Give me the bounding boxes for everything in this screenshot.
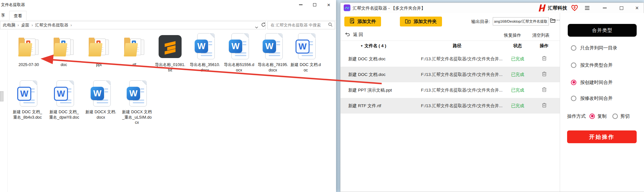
explorer-search-box[interactable]: [267, 21, 335, 29]
file-item[interactable]: W 新建 DOCX 文档_重名_uLSIM.docx: [119, 79, 154, 125]
back-icon: [345, 32, 350, 38]
file-label: 新建 DOC 文档.doc: [290, 62, 321, 73]
add-folder-label: 添加文件夹: [414, 18, 437, 25]
search-input[interactable]: [270, 23, 328, 28]
close-button[interactable]: ×: [322, 0, 335, 10]
delete-file-button[interactable]: [535, 87, 554, 93]
app-titlebar: 汇帮文件名提取器 - 【多文件夹合并】 汇帮科技: [341, 3, 644, 13]
delete-file-button[interactable]: [535, 102, 554, 109]
file-label: ppt: [96, 62, 101, 68]
restore-action-button[interactable]: 恢复操作: [504, 33, 521, 38]
file-item[interactable]: W 新建 DOCX 文档.docx: [83, 79, 118, 120]
file-item[interactable]: 2025-07-30: [11, 32, 46, 68]
add-folder-icon: [405, 18, 411, 25]
column-header-action: 操作: [535, 43, 554, 49]
file-item[interactable]: 导出名称_01081.txt: [153, 32, 188, 73]
table-header: ▼ 文件名 ( 4 ) 路径 状态 操作: [341, 41, 560, 51]
refresh-icon[interactable]: [261, 22, 266, 28]
file-label: doc: [61, 62, 67, 68]
output-dir-input[interactable]: [493, 17, 549, 26]
brand-logo-icon: [538, 4, 546, 13]
address-dropdown-icon[interactable]: [255, 24, 258, 30]
radio-icon[interactable]: [612, 114, 618, 119]
radio-icon[interactable]: [571, 80, 576, 85]
merge-option-label: 按修改时间合并: [580, 95, 613, 101]
breadcrumb-item[interactable]: 桌面: [21, 22, 29, 28]
operation-mode-option[interactable]: 剪切: [612, 113, 630, 119]
merge-app-window: 汇帮文件名提取器 - 【多文件夹合并】 汇帮科技: [340, 3, 644, 192]
minimize-button[interactable]: [294, 0, 307, 10]
more-options-button[interactable]: ⋯: [555, 17, 560, 23]
file-item[interactable]: W 新建 DOC 文档_重名_dpwY8.doc: [47, 79, 82, 120]
row-status-badge: 已完成: [506, 87, 529, 93]
file-item[interactable]: W 导出名称_35610.docx: [187, 32, 222, 73]
operation-mode-label: 操作方式: [567, 113, 586, 119]
left-edge-scrollbar[interactable]: [0, 91, 4, 101]
mode-label: 复制: [597, 113, 607, 119]
operation-mode-option[interactable]: 复制: [589, 113, 607, 119]
file-label: 导出名称_78195.docx: [257, 62, 288, 73]
file-item[interactable]: W 导出名称51556.docx: [221, 32, 257, 73]
word-doc-icon: W: [17, 80, 38, 107]
clear-list-button[interactable]: 清空列表: [532, 33, 550, 38]
explorer-titlebar: 文件名提取器 ×: [0, 0, 336, 10]
radio-icon[interactable]: [571, 63, 576, 68]
address-bar[interactable]: 此电脑 ›桌面 ›汇帮文件名提取器 ›: [0, 21, 266, 29]
file-label: 新建 DOC 文档_重名_dpwY8.doc: [49, 109, 80, 120]
app-toolbar: 添加文件 添加文件夹 输出目录: ⋯: [341, 13, 560, 30]
tab-share-partial[interactable]: 享: [1, 12, 5, 18]
menu-icon[interactable]: [581, 3, 593, 13]
file-item[interactable]: W 新建 DOC 文档.doc: [288, 32, 323, 73]
file-label: 新建 DOC 文档_重名_8b4v3.doc: [12, 109, 43, 120]
breadcrumb-separator-icon: ›: [18, 23, 19, 27]
tab-view[interactable]: 查看: [9, 11, 26, 20]
row-path: F:/13.汇帮文件名提取器/文件/文件夹合并...: [421, 56, 503, 62]
explorer-address-row: 此电脑 ›桌面 ›汇帮文件名提取器 ›: [0, 20, 336, 30]
delete-file-button[interactable]: [535, 55, 554, 62]
radio-icon[interactable]: [589, 114, 595, 119]
radio-icon[interactable]: [571, 96, 576, 101]
merge-option-1[interactable]: 只合并到同一目录: [571, 44, 617, 52]
merge-option-4[interactable]: 按修改时间合并: [571, 94, 613, 102]
mode-label: 剪切: [620, 113, 630, 119]
file-row: 新建 DOC 文档.doc F:/13.汇帮文件名提取器/文件/文件夹合并...…: [341, 67, 560, 82]
file-item[interactable]: W 新建 DOC 文档_重名_8b4v3.doc: [10, 79, 45, 120]
breadcrumb-item[interactable]: 此电脑: [3, 22, 15, 28]
back-label: 返 回: [353, 32, 363, 38]
file-item[interactable]: ppt: [81, 32, 116, 68]
row-path: F:/13.汇帮文件名提取器/文件/文件夹合并...: [421, 87, 503, 93]
app-minimize-button[interactable]: [599, 3, 611, 13]
add-folder-button[interactable]: 添加文件夹: [400, 17, 442, 26]
file-label: 导出名称_01081.txt: [154, 62, 186, 73]
search-icon: [328, 22, 333, 28]
merge-option-label: 按创建时间合并: [580, 79, 613, 85]
folder-icon: [88, 37, 109, 56]
list-actions-row: 返 回 恢复操作 清空列表: [341, 30, 560, 41]
merge-type-header-button[interactable]: 合并类型: [568, 24, 637, 37]
start-operation-button[interactable]: 开始操作: [567, 130, 637, 143]
merge-option-3[interactable]: 按创建时间合并: [571, 78, 613, 86]
file-item[interactable]: W 导出名称_78195.docx: [255, 32, 290, 73]
file-item[interactable]: rtf: [117, 32, 152, 68]
add-file-button[interactable]: 添加文件: [344, 17, 381, 26]
output-dir-label: 输出目录:: [471, 19, 490, 25]
breadcrumb-item[interactable]: 汇帮文件名提取器: [35, 22, 68, 28]
radio-icon[interactable]: [571, 45, 576, 51]
back-button[interactable]: 返 回: [345, 32, 363, 38]
breadcrumb-separator-icon: ›: [32, 23, 33, 27]
file-list-area: 2025-07-30 doc ppt rtf 导出名称_01081.txt W …: [0, 30, 336, 192]
app-logo-icon: [344, 4, 350, 12]
pane-separator: [7, 30, 8, 192]
app-maximize-button[interactable]: [615, 3, 627, 13]
file-label: rtf: [132, 62, 136, 68]
file-label: 导出名称51556.docx: [223, 62, 255, 73]
row-filename: 新建 DOC 文档.doc: [348, 72, 386, 78]
column-header-status: 状态: [506, 43, 529, 49]
app-close-button[interactable]: ×: [631, 3, 643, 13]
maximize-button[interactable]: [308, 0, 321, 10]
word-doc-icon: W: [54, 80, 74, 107]
merge-option-2[interactable]: 按文件类型合并: [571, 61, 613, 69]
delete-file-button[interactable]: [535, 71, 554, 78]
column-header-filename[interactable]: ▼ 文件名 ( 4 ): [360, 43, 386, 49]
file-item[interactable]: doc: [46, 32, 81, 68]
